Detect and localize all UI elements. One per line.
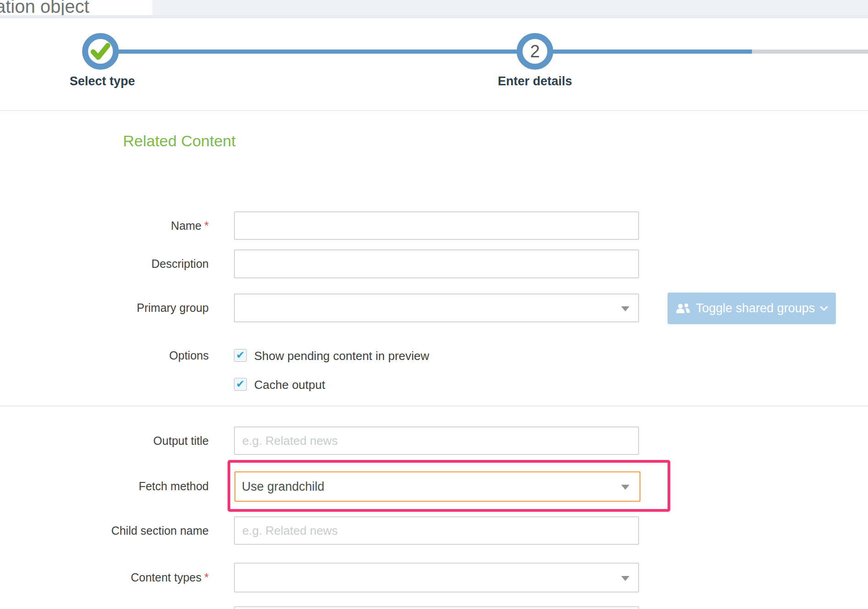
primary-group-label: Primary group [0, 301, 209, 315]
checkmark-icon: ✔ [236, 350, 245, 360]
step-2-circle[interactable]: 2 [517, 33, 553, 70]
name-label: Name* [0, 219, 209, 233]
users-icon [675, 303, 691, 314]
fetch-method-value: Use grandchild [235, 480, 324, 494]
page-title: ation object [0, 0, 152, 15]
child-section-name-label: Child section name [0, 524, 209, 537]
output-title-input[interactable] [234, 426, 639, 455]
child-section-name-input[interactable] [234, 516, 639, 545]
stepper-progress-track [100, 50, 752, 54]
show-pending-content-label: Show pending content in preview [254, 349, 429, 363]
chevron-down-icon [820, 306, 828, 311]
content-types-select[interactable] [234, 563, 639, 592]
chevron-down-icon [621, 306, 629, 311]
window-title-area: ation object [0, 0, 152, 15]
fetch-method-select[interactable]: Use grandchild [234, 471, 640, 502]
section-divider [0, 405, 868, 407]
step-1-label: Select type [43, 74, 162, 89]
primary-group-select[interactable] [234, 293, 639, 322]
output-title-label: Output title [0, 434, 209, 448]
chevron-down-icon [621, 485, 629, 490]
show-pending-content-checkbox[interactable]: ✔ [234, 349, 247, 362]
required-asterisk: * [204, 219, 209, 232]
cache-output-label: Cache output [254, 378, 325, 392]
content-types-label: Content types* [0, 570, 209, 584]
name-input[interactable] [234, 211, 639, 240]
cache-output-checkbox[interactable]: ✔ [234, 378, 247, 391]
toggle-shared-groups-label: Toggle shared groups [696, 301, 815, 316]
wizard-stepper: 2 Select type Enter details [0, 18, 868, 111]
stepper-remaining-track [752, 50, 868, 54]
next-field-input-partial[interactable] [234, 606, 639, 609]
checkmark-icon: ✔ [236, 379, 245, 389]
check-icon [90, 42, 111, 61]
step-1-circle[interactable] [82, 33, 119, 70]
step-2-number: 2 [530, 43, 540, 60]
description-label: Description [0, 257, 209, 271]
toggle-shared-groups-button[interactable]: Toggle shared groups [668, 293, 836, 324]
chevron-down-icon [621, 576, 629, 581]
fetch-method-label: Fetch method [0, 479, 209, 493]
top-divider-line [0, 15, 868, 18]
step-2-label: Enter details [475, 74, 595, 89]
description-input[interactable] [234, 249, 639, 278]
options-label: Options [0, 349, 209, 362]
form-heading: Related Content [123, 132, 236, 150]
required-asterisk: * [204, 571, 209, 584]
